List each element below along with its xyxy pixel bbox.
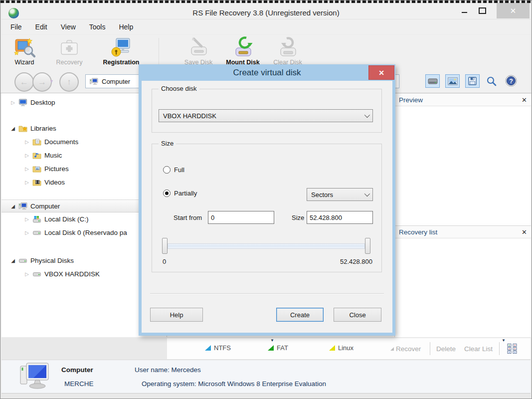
resize-grip <box>390 347 394 351</box>
close-panel-icon[interactable]: ✕ <box>522 228 527 236</box>
units-select[interactable]: Sectors <box>307 188 373 201</box>
show-preview-toggle[interactable] <box>445 74 460 88</box>
dialog-title: Create virtual disk <box>139 68 395 78</box>
menu-tools[interactable]: Tools <box>89 23 106 31</box>
preview-panel-header: Preview ✕ <box>395 94 531 106</box>
full-radio[interactable]: Full <box>163 166 184 174</box>
disk-select[interactable]: VBOX HARDDISK <box>159 109 373 122</box>
toolbar-label: Registration <box>103 59 140 66</box>
expander-icon[interactable]: ▷ <box>23 180 30 185</box>
menu-view[interactable]: View <box>61 23 76 31</box>
linux-marker-icon <box>329 345 335 351</box>
tree-label: Computer <box>30 202 60 210</box>
up-button[interactable]: ↑ <box>59 72 79 92</box>
computer-large-icon <box>19 362 50 393</box>
collapse-splitter-icon[interactable]: ▼ <box>270 338 274 343</box>
close-button[interactable]: ✕ <box>497 3 530 18</box>
close-icon: ✕ <box>378 69 384 77</box>
radio-icon <box>163 166 171 174</box>
recovery-list-panel-body <box>395 238 531 337</box>
preview-panel-body <box>395 106 531 226</box>
computer-icon <box>90 78 98 85</box>
recovery-list-panel-title: Recovery list <box>399 228 437 236</box>
start-from-input[interactable]: 0 <box>208 211 274 224</box>
slider-handle-right[interactable] <box>365 238 370 254</box>
expander-icon[interactable]: ◢ <box>9 126 16 131</box>
expander-icon[interactable]: ▷ <box>23 230 30 235</box>
full-radio-label: Full <box>174 166 184 174</box>
sector-map-icon <box>506 343 518 355</box>
wizard-button[interactable]: Wizard <box>1 36 47 69</box>
tree-label: Pictures <box>44 165 69 173</box>
picture-icon <box>448 77 458 85</box>
clear-list-label: Clear List <box>464 345 493 353</box>
dialog-close-button[interactable]: ✕ <box>368 65 394 80</box>
collapse-splitter-icon[interactable]: ▼ <box>502 338 506 343</box>
show-disks-toggle[interactable] <box>425 74 440 88</box>
tree-label: Desktop <box>30 99 55 106</box>
legend-fat: FAT <box>268 344 288 352</box>
toolbar-separator <box>159 38 159 68</box>
slider-track[interactable] <box>168 243 365 249</box>
expander-icon[interactable]: ▷ <box>23 271 30 277</box>
operating-system-text: Operating system: Microsoft Windows 8 En… <box>142 380 326 388</box>
divider <box>430 342 430 355</box>
app-window: RS File Recovery 3.8 (Unregistered versi… <box>0 0 532 399</box>
fat-marker-icon <box>268 345 274 351</box>
expander-icon[interactable]: ◢ <box>9 258 16 263</box>
search-button[interactable] <box>486 76 497 89</box>
help-label: Help <box>170 311 183 319</box>
documents-folder-icon <box>32 138 41 146</box>
show-recovery-list-toggle[interactable] <box>465 74 480 88</box>
legend-label: FAT <box>277 344 288 352</box>
ntfs-marker-icon <box>205 345 211 351</box>
svg-text:?: ? <box>509 78 513 85</box>
delete-button[interactable]: Delete <box>436 343 456 354</box>
hex-view-button[interactable] <box>506 343 518 357</box>
back-button[interactable]: ← <box>14 72 34 92</box>
expander-icon[interactable]: ▷ <box>23 166 30 172</box>
delete-label: Delete <box>436 345 456 353</box>
expander-icon[interactable]: ▷ <box>23 216 30 222</box>
help-dialog-button[interactable]: Help <box>150 308 203 322</box>
window-title: RS File Recovery 3.8 (Unregistered versi… <box>1 8 531 17</box>
help-button[interactable]: ? <box>505 75 517 89</box>
menu-file[interactable]: File <box>10 23 22 31</box>
recover-button[interactable]: Recover <box>396 343 421 354</box>
registration-button[interactable]: Registration <box>98 36 144 69</box>
close-panel-icon[interactable]: ✕ <box>522 96 527 104</box>
choose-disk-group-label: Choose disk <box>159 85 199 92</box>
close-label: Close <box>349 311 365 319</box>
legend-label: Linux <box>338 344 354 352</box>
minimize-button[interactable] <box>457 3 472 18</box>
disk-icon <box>32 270 41 278</box>
size-field-label: Size <box>292 214 304 221</box>
slider-handle-left[interactable] <box>162 238 168 254</box>
expander-icon[interactable]: ▷ <box>23 153 30 158</box>
menu-bar: File Edit View Tools Help <box>1 19 531 35</box>
expander-icon[interactable]: ▷ <box>23 139 30 145</box>
close-dialog-button[interactable]: Close <box>334 308 381 322</box>
history-dropdown-icon[interactable]: ▼ <box>49 79 54 84</box>
up-icon: ↑ <box>67 77 71 87</box>
create-virtual-disk-dialog: Create virtual disk ✕ Choose disk VBOX H… <box>139 64 395 336</box>
search-icon <box>486 76 497 87</box>
partially-radio[interactable]: Partially <box>163 190 197 197</box>
dialog-body: Choose disk VBOX HARDDISK Size Full Part… <box>142 81 392 333</box>
expander-icon[interactable]: ▷ <box>9 100 16 105</box>
create-button[interactable]: Create <box>276 308 324 322</box>
videos-folder-icon <box>32 178 41 187</box>
maximize-button[interactable] <box>475 3 490 18</box>
disk-view-icon <box>428 77 438 85</box>
clear-list-button[interactable]: Clear List <box>464 343 493 354</box>
floppy-icon <box>468 77 477 85</box>
toolbar-label: Wizard <box>15 59 34 66</box>
expander-icon[interactable]: ◢ <box>9 203 16 209</box>
menu-help[interactable]: Help <box>119 23 133 31</box>
disk-icon <box>18 256 27 265</box>
chevron-down-icon <box>364 112 370 118</box>
menu-edit[interactable]: Edit <box>35 23 47 31</box>
size-input[interactable]: 52.428.800 <box>307 211 373 224</box>
mount-disk-icon <box>232 36 254 58</box>
recovery-icon <box>58 36 80 58</box>
